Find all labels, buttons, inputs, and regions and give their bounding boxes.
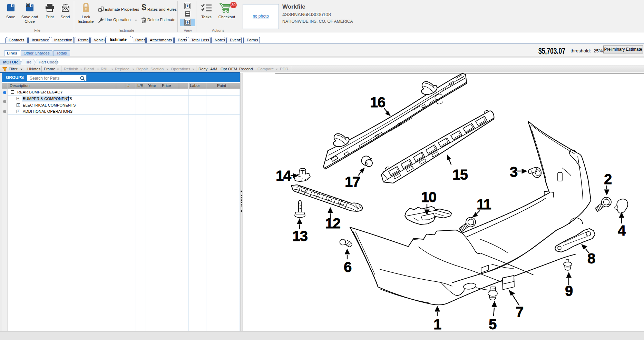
svg-text:4: 4 (618, 222, 626, 239)
svg-text:12: 12 (325, 215, 340, 231)
svg-text:2: 2 (604, 171, 612, 187)
svg-text:10: 10 (421, 189, 436, 205)
svg-text:15: 15 (452, 167, 468, 183)
svg-text:13: 13 (292, 228, 308, 244)
svg-text:17: 17 (345, 174, 360, 190)
svg-text:1: 1 (433, 316, 441, 331)
svg-text:6: 6 (344, 259, 351, 275)
svg-text:7: 7 (516, 304, 523, 320)
svg-text:3: 3 (510, 164, 517, 180)
svg-text:11: 11 (477, 196, 491, 212)
svg-text:5: 5 (489, 316, 497, 331)
svg-text:14: 14 (276, 168, 292, 184)
svg-text:16: 16 (370, 94, 385, 110)
